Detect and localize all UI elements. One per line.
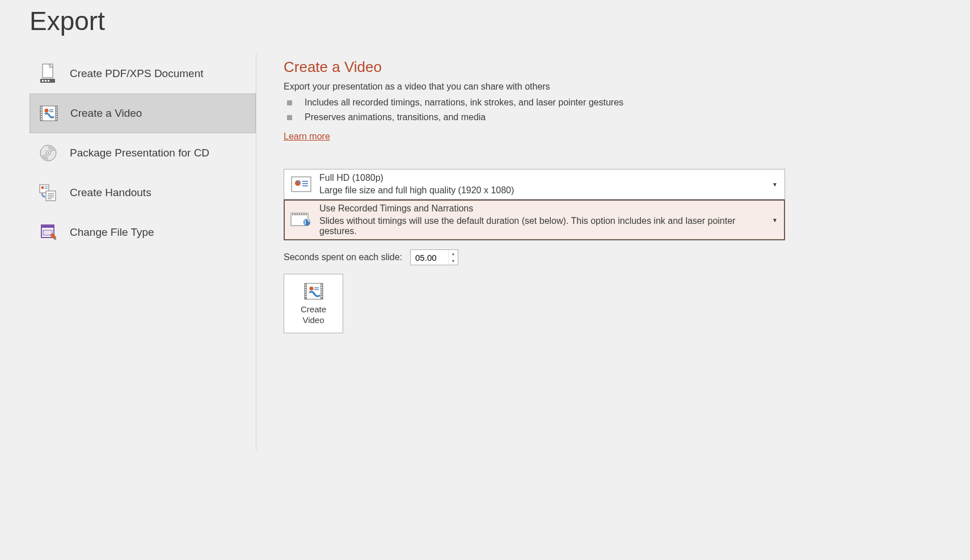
svg-rect-15 [56,109,57,111]
svg-rect-9 [41,109,42,111]
svg-rect-14 [56,107,57,108]
svg-rect-66 [321,296,322,297]
timings-thumb-icon [290,211,313,229]
svg-rect-32 [48,195,54,196]
svg-rect-13 [41,118,42,120]
svg-point-20 [45,109,49,113]
svg-rect-62 [321,287,322,288]
svg-rect-12 [41,116,42,117]
svg-rect-22 [49,111,53,112]
svg-rect-57 [305,289,306,290]
quality-dropdown[interactable]: Full HD (1080p) Large file size and full… [284,169,785,200]
main-heading: Create a Video [284,58,947,76]
svg-rect-58 [305,291,306,292]
page-title: Export [0,0,970,40]
svg-rect-33 [48,197,54,197]
bullet-row: Preserves animations, transitions, and m… [284,110,947,125]
svg-rect-8 [41,107,42,108]
svg-rect-56 [305,287,306,288]
svg-rect-61 [321,285,322,286]
cd-icon [38,143,58,163]
svg-rect-52 [305,283,323,299]
svg-rect-29 [45,188,48,189]
svg-rect-11 [41,114,42,115]
svg-rect-31 [48,193,54,194]
svg-point-25 [48,152,49,154]
chevron-down-icon: ▼ [772,217,778,223]
sidebar-item-label: Change File Type [70,226,154,239]
svg-rect-16 [56,112,57,113]
svg-rect-30 [46,191,56,201]
svg-rect-41 [302,183,308,184]
seconds-label: Seconds spent on each slide: [284,252,402,262]
sidebar-item-create-pdf[interactable]: Create PDF/XPS Document [29,54,256,94]
svg-rect-40 [302,181,308,182]
svg-rect-45 [292,214,293,215]
svg-rect-42 [302,185,308,186]
svg-rect-51 [306,214,307,215]
bullet-text: Preserves animations, transitions, and m… [305,112,486,122]
sidebar-item-change-file-type[interactable]: Change File Type [29,213,256,252]
svg-rect-65 [321,294,322,295]
svg-rect-36 [41,225,54,228]
svg-rect-50 [303,214,305,215]
svg-rect-19 [56,118,57,120]
seconds-row: Seconds spent on each slide: ▲ ▼ [284,249,947,265]
svg-rect-64 [321,291,322,292]
svg-rect-48 [299,214,300,215]
create-video-button[interactable]: CreateVideo [284,274,343,333]
learn-more-link[interactable]: Learn more [284,131,330,142]
create-video-button-icon [303,282,324,301]
spinner-down-button[interactable]: ▼ [449,257,458,265]
content-wrap: Create PDF/XPS Document Create a Video [0,40,970,451]
svg-rect-55 [305,285,306,286]
bullet-row: Includes all recorded timings, narration… [284,95,947,110]
change-file-type-icon [38,222,58,243]
main-subtitle: Export your presentation as a video that… [284,82,947,92]
svg-rect-17 [56,114,57,115]
svg-rect-10 [41,112,42,113]
svg-rect-59 [305,294,306,295]
dropdown-title: Full HD (1080p) [319,173,772,183]
svg-rect-60 [305,296,306,297]
dropdown-text: Use Recorded Timings and Narrations Slid… [319,203,772,236]
svg-rect-3 [45,80,47,82]
pdf-document-icon [38,63,58,84]
sidebar-item-label: Create a Video [70,107,142,120]
svg-rect-34 [48,198,52,199]
handouts-icon [38,183,58,203]
timings-dropdown[interactable]: Use Recorded Timings and Narrations Slid… [284,200,785,240]
sidebar-item-label: Create PDF/XPS Document [70,67,203,80]
svg-rect-21 [49,109,53,111]
sidebar-item-create-handouts[interactable]: Create Handouts [29,173,256,213]
svg-rect-68 [314,287,319,289]
create-video-button-label: CreateVideo [301,304,326,326]
spinner-up-button[interactable]: ▲ [449,250,458,257]
main-panel: Create a Video Export your presentation … [256,54,970,451]
svg-rect-5 [40,106,57,121]
svg-rect-38 [292,177,311,192]
dropdown-title: Use Recorded Timings and Narrations [319,203,772,214]
presentation-thumb-icon [290,175,313,193]
dropdown-text: Full HD (1080p) Large file size and full… [319,173,772,196]
svg-rect-69 [314,289,319,290]
bullet-icon [287,100,292,105]
sidebar-item-label: Package Presentation for CD [70,147,209,159]
video-icon [39,103,59,124]
sidebar-item-label: Create Handouts [70,186,151,199]
dropdown-subtitle: Slides without timings will use the defa… [319,216,772,236]
sidebar-item-create-video[interactable]: Create a Video [29,94,256,133]
svg-rect-28 [45,186,48,187]
svg-point-67 [309,286,313,290]
seconds-input[interactable] [411,250,448,265]
svg-rect-49 [301,214,302,215]
sidebar: Create PDF/XPS Document Create a Video [29,54,256,451]
svg-rect-63 [321,289,322,290]
svg-point-27 [41,186,44,189]
svg-rect-47 [297,214,298,215]
sidebar-item-package-cd[interactable]: Package Presentation for CD [29,133,256,173]
chevron-down-icon: ▼ [772,181,778,188]
svg-rect-4 [48,80,49,82]
seconds-spinner[interactable]: ▲ ▼ [410,249,458,265]
bullet-icon [287,115,292,120]
